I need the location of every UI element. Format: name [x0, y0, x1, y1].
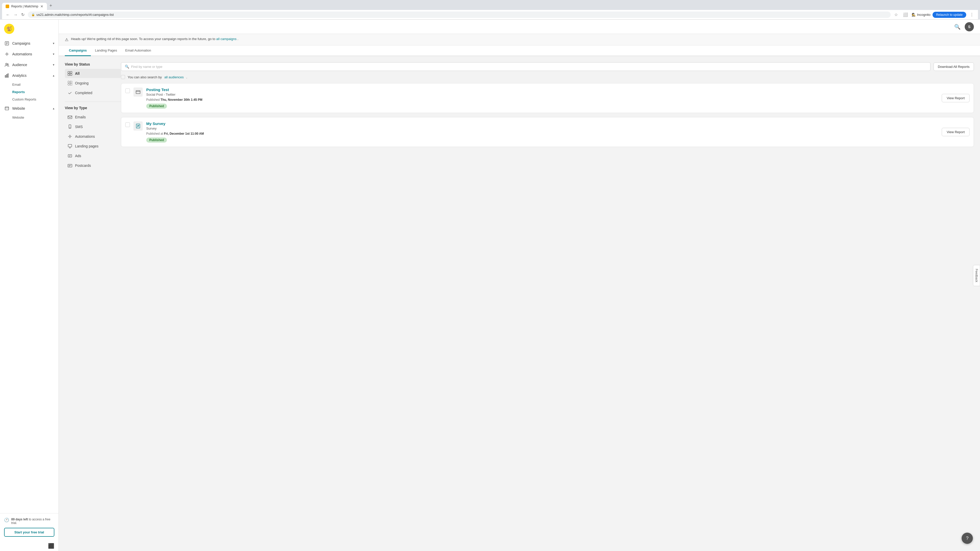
bookmark-button[interactable]: ☆ [893, 11, 899, 18]
view-report-button-2[interactable]: View Report [942, 128, 969, 136]
svg-rect-22 [68, 164, 72, 167]
campaign-checkbox-2[interactable] [125, 122, 130, 127]
filter-all-icon [67, 71, 73, 76]
download-all-button[interactable]: Download All Reports [934, 62, 974, 71]
website-chevron: ▴ [53, 106, 54, 110]
campaign-date-value-1: Thu, November 30th 1:45 PM [161, 98, 202, 102]
trial-info: 🕐 89 days left to access a free trial. [4, 518, 54, 525]
automations-chevron: ▾ [53, 52, 54, 56]
view-report-button-1[interactable]: View Report [942, 94, 969, 102]
filter-automations-icon [67, 134, 73, 139]
search-box[interactable]: 🔍 [121, 62, 931, 71]
help-fab[interactable]: ? [962, 533, 973, 544]
sidebar-section-campaigns: Campaigns ▾ Automations ▾ [0, 38, 59, 121]
campaign-type-1: Social Post - Twitter [146, 93, 938, 97]
feedback-tab[interactable]: Feedback [973, 265, 980, 286]
banner-text-after: . [237, 37, 239, 41]
filter-ads-label: Ads [75, 154, 81, 158]
filter-postcards[interactable]: Postcards [65, 161, 121, 170]
new-tab-button[interactable]: + [48, 2, 54, 10]
filter-landing-pages[interactable]: Landing pages [65, 141, 121, 151]
filter-ongoing-icon [67, 81, 73, 86]
filter-sms-icon [67, 124, 73, 129]
extensions-button[interactable]: ⬜ [901, 11, 910, 18]
sidebar-item-campaigns[interactable]: Campaigns ▾ [0, 38, 59, 49]
filter-emails[interactable]: Emails [65, 113, 121, 122]
all-audiences-link[interactable]: all audiences [164, 75, 184, 79]
svg-point-19 [69, 136, 71, 137]
incognito-icon: 🕵 [912, 13, 916, 17]
info-banner: ⚠ Heads up! We're getting rid of this pa… [59, 34, 980, 45]
start-trial-button[interactable]: Start your free trial [4, 528, 54, 537]
back-button[interactable]: ← [5, 12, 11, 17]
sidebar-bottom-area: ⬛ [0, 541, 59, 551]
reports-body: View by Status All Ongoing [59, 56, 980, 177]
sidebar-sub-item-reports[interactable]: Reports [0, 88, 59, 96]
search-button[interactable]: 🔍 [954, 24, 961, 30]
nav-item-row: Automations [4, 51, 32, 57]
sidebar-sub-item-email[interactable]: Email [0, 81, 59, 88]
sidebar-item-analytics[interactable]: Analytics ▴ [0, 70, 59, 81]
url-bar[interactable]: 🔒 us21.admin.mailchimp.com/reports/#t:ca… [28, 11, 891, 18]
incognito-area: 🕵 Incognito [912, 13, 931, 17]
filter-all[interactable]: All [65, 69, 121, 78]
campaigns-chevron: ▾ [53, 41, 54, 45]
svg-rect-15 [70, 83, 72, 85]
svg-rect-14 [68, 83, 70, 85]
campaign-info-2: My Survey Survey Published at Fri, Decem… [146, 121, 938, 143]
campaign-name-1[interactable]: Posting Test [146, 87, 938, 92]
search-input[interactable] [131, 65, 927, 68]
menu-button[interactable]: ⋮ [968, 11, 975, 18]
campaign-type-2: Survey [146, 127, 938, 130]
sidebar-collapse-button[interactable]: ⬛ [48, 543, 54, 549]
audience-search-row: You can also search by all audiences . [121, 75, 974, 79]
status-badge-2: Published [146, 138, 167, 143]
sidebar: 🐒 Campaigns ▾ Automati [0, 20, 59, 551]
active-tab[interactable]: Reports | Mailchimp ✕ [2, 3, 47, 10]
incognito-label: Incognito [917, 13, 931, 17]
filter-sms[interactable]: SMS [65, 122, 121, 131]
filter-completed[interactable]: Completed [65, 88, 121, 97]
filter-ongoing[interactable]: Ongoing [65, 79, 121, 88]
nav-item-row: Campaigns [4, 41, 30, 46]
refresh-button[interactable]: ↻ [20, 12, 26, 17]
header-actions: 🔍 S [954, 22, 974, 32]
tab-landing-pages[interactable]: Landing Pages [91, 45, 121, 56]
all-campaigns-link[interactable]: all campaigns [216, 37, 237, 41]
audience-text: You can also search by [127, 75, 162, 79]
trial-days: 89 days left [11, 518, 28, 521]
svg-rect-21 [68, 155, 72, 157]
filter-postcards-icon [67, 163, 73, 168]
campaign-type-icon-social [134, 87, 143, 97]
tab-email-automation[interactable]: Email Automation [121, 45, 155, 56]
website-icon [4, 106, 10, 111]
sidebar-sub-item-custom-reports[interactable]: Custom Reports [0, 96, 59, 103]
nav-item-row: Analytics [4, 73, 27, 78]
tab-campaigns[interactable]: Campaigns [65, 45, 91, 56]
trial-text: 89 days left to access a free trial. [11, 518, 54, 525]
address-bar-actions: ☆ ⬜ 🕵 Incognito Relaunch to update ⋮ [893, 11, 975, 18]
svg-rect-5 [6, 75, 7, 77]
mailchimp-logo: 🐒 [4, 24, 14, 34]
tab-close-button[interactable]: ✕ [40, 4, 43, 8]
filter-ads[interactable]: Ads [65, 151, 121, 160]
sidebar-item-website[interactable]: Website ▴ [0, 103, 59, 114]
forward-button[interactable]: → [12, 12, 19, 17]
campaign-checkbox-1[interactable] [125, 89, 130, 93]
sidebar-item-audience[interactable]: Audience ▾ [0, 59, 59, 70]
sidebar-sub-item-website[interactable]: Website [0, 114, 59, 121]
campaign-info-1: Posting Test Social Post - Twitter Publi… [146, 87, 938, 109]
campaign-name-2[interactable]: My Survey [146, 121, 938, 126]
audience-checkbox[interactable] [121, 75, 125, 79]
analytics-chevron: ▴ [53, 74, 54, 77]
filter-automations[interactable]: Automations [65, 132, 121, 141]
campaign-date-label-2: Published at [146, 132, 163, 135]
sidebar-item-automations[interactable]: Automations ▾ [0, 49, 59, 59]
svg-rect-11 [70, 74, 72, 76]
content-tabs: Campaigns Landing Pages Email Automation [59, 45, 980, 56]
filter-ads-icon [67, 153, 73, 159]
incognito-button[interactable]: 🕵 Incognito [912, 13, 931, 17]
audience-label: Audience [12, 63, 27, 67]
relaunch-button[interactable]: Relaunch to update [932, 12, 966, 18]
avatar[interactable]: S [965, 22, 974, 32]
